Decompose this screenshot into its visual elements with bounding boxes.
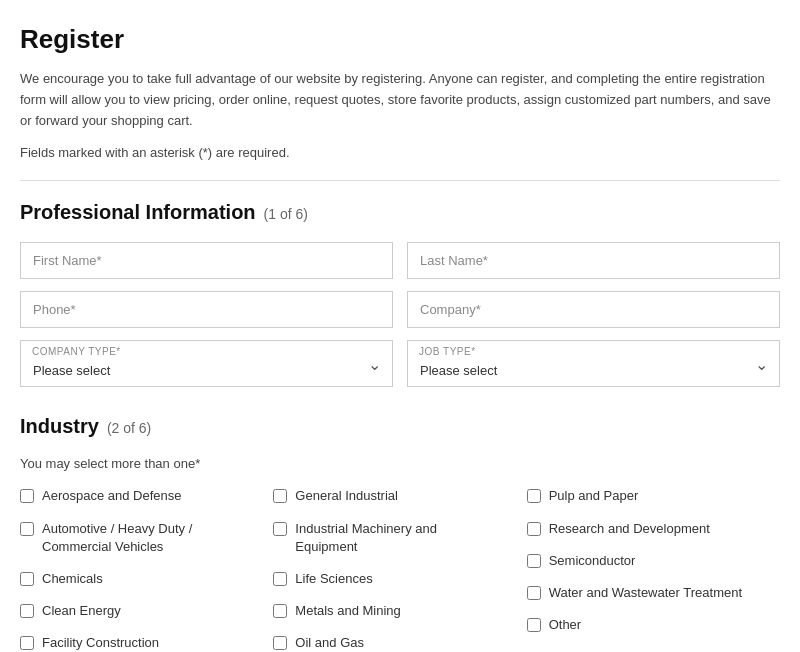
list-item: Chemicals: [20, 570, 273, 588]
list-item: Automotive / Heavy Duty /Commercial Vehi…: [20, 520, 273, 556]
aerospace-checkbox[interactable]: [20, 489, 34, 503]
water-checkbox[interactable]: [527, 586, 541, 600]
automotive-label: Automotive / Heavy Duty /Commercial Vehi…: [42, 520, 192, 556]
industry-section-title: Industry: [20, 415, 99, 438]
professional-section-step: (1 of 6): [264, 206, 308, 222]
company-field: [407, 291, 780, 328]
type-row: COMPANY TYPE* Please select ⌄ JOB TYPE* …: [20, 340, 780, 387]
first-name-input[interactable]: [20, 242, 393, 279]
other-checkbox[interactable]: [527, 618, 541, 632]
automotive-checkbox[interactable]: [20, 522, 34, 536]
industry-section-header: Industry (2 of 6): [20, 415, 780, 438]
semiconductor-label: Semiconductor: [549, 552, 636, 570]
professional-section-title: Professional Information: [20, 201, 256, 224]
research-checkbox[interactable]: [527, 522, 541, 536]
pulp-paper-checkbox[interactable]: [527, 489, 541, 503]
list-item: Oil and Gas: [273, 634, 526, 652]
first-name-field: [20, 242, 393, 279]
name-row: [20, 242, 780, 279]
chemicals-checkbox[interactable]: [20, 572, 34, 586]
intro-text: We encourage you to take full advantage …: [20, 69, 780, 131]
facility-checkbox[interactable]: [20, 636, 34, 650]
industrial-machinery-label: Industrial Machinery andEquipment: [295, 520, 437, 556]
clean-energy-label: Clean Energy: [42, 602, 121, 620]
general-industrial-checkbox[interactable]: [273, 489, 287, 503]
phone-field: [20, 291, 393, 328]
job-type-wrapper: JOB TYPE* Please select ⌄: [407, 340, 780, 387]
list-item: Aerospace and Defense: [20, 487, 273, 505]
professional-section-header: Professional Information (1 of 6): [20, 201, 780, 224]
list-item: Water and Wastewater Treatment: [527, 584, 780, 602]
list-item: Pulp and Paper: [527, 487, 780, 505]
required-note: Fields marked with an asterisk (*) are r…: [20, 145, 780, 160]
clean-energy-checkbox[interactable]: [20, 604, 34, 618]
industry-col-2: General Industrial Industrial Machinery …: [273, 487, 526, 652]
semiconductor-checkbox[interactable]: [527, 554, 541, 568]
list-item: Life Sciences: [273, 570, 526, 588]
page-title: Register: [20, 24, 780, 55]
chemicals-label: Chemicals: [42, 570, 103, 588]
company-type-wrapper: COMPANY TYPE* Please select ⌄: [20, 340, 393, 387]
job-type-select[interactable]: Please select: [407, 340, 780, 387]
last-name-input[interactable]: [407, 242, 780, 279]
research-label: Research and Development: [549, 520, 710, 538]
oil-gas-checkbox[interactable]: [273, 636, 287, 650]
list-item: Facility Construction: [20, 634, 273, 652]
select-many-note: You may select more than one*: [20, 456, 780, 471]
industry-section: Industry (2 of 6) You may select more th…: [20, 415, 780, 652]
industrial-machinery-checkbox[interactable]: [273, 522, 287, 536]
industry-section-step: (2 of 6): [107, 420, 151, 436]
metals-label: Metals and Mining: [295, 602, 401, 620]
industry-columns: Aerospace and Defense Automotive / Heavy…: [20, 487, 780, 652]
life-sciences-checkbox[interactable]: [273, 572, 287, 586]
facility-label: Facility Construction: [42, 634, 159, 652]
aerospace-label: Aerospace and Defense: [42, 487, 181, 505]
oil-gas-label: Oil and Gas: [295, 634, 364, 652]
industry-col-1: Aerospace and Defense Automotive / Heavy…: [20, 487, 273, 652]
list-item: Clean Energy: [20, 602, 273, 620]
last-name-field: [407, 242, 780, 279]
company-type-select[interactable]: Please select: [20, 340, 393, 387]
list-item: General Industrial: [273, 487, 526, 505]
list-item: Other: [527, 616, 780, 634]
phone-input[interactable]: [20, 291, 393, 328]
general-industrial-label: General Industrial: [295, 487, 398, 505]
company-input[interactable]: [407, 291, 780, 328]
divider-1: [20, 180, 780, 181]
metals-checkbox[interactable]: [273, 604, 287, 618]
phone-company-row: [20, 291, 780, 328]
list-item: Industrial Machinery andEquipment: [273, 520, 526, 556]
other-label: Other: [549, 616, 582, 634]
pulp-paper-label: Pulp and Paper: [549, 487, 639, 505]
list-item: Semiconductor: [527, 552, 780, 570]
industry-col-3: Pulp and Paper Research and Development …: [527, 487, 780, 652]
list-item: Research and Development: [527, 520, 780, 538]
list-item: Metals and Mining: [273, 602, 526, 620]
water-label: Water and Wastewater Treatment: [549, 584, 742, 602]
life-sciences-label: Life Sciences: [295, 570, 372, 588]
